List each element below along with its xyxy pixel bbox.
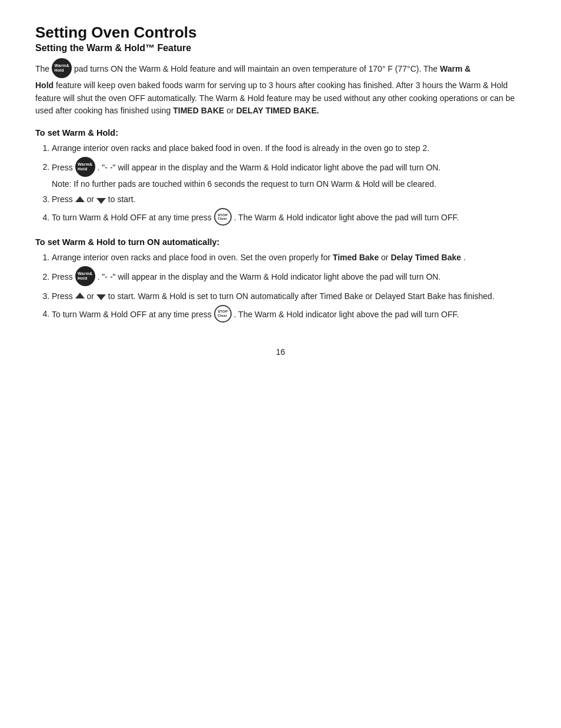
set2-step-4: To turn Warm & Hold OFF at any time pres… [52,306,526,324]
set2-step4-text1: To turn Warm & Hold OFF at any time pres… [52,309,214,318]
set2-step-3: Press or to start. Warm & Hold is set to… [52,290,526,303]
set1-step-1: Arrange interior oven racks and place ba… [52,142,526,155]
set2-timed-bake: Timed Bake [333,253,379,262]
warm-hold-icon-s2s2: Warm&Hold [75,266,95,286]
arrow-down-icon-s1s3 [96,198,106,204]
warm-hold-icon-intro: Warm&Hold [52,58,72,78]
set2-step1-end: . [463,253,466,262]
set1-step-4: To turn Warm & Hold OFF at any time pres… [52,209,526,227]
set2-step1-text1: Arrange interior oven racks and place fo… [52,253,333,262]
set2-step3-or: or [87,291,96,301]
set2-step-1: Arrange interior oven racks and place fo… [52,251,526,264]
page-number: 16 [35,347,526,357]
set2-list: Arrange interior oven racks and place fo… [52,251,526,323]
set2-step3-text: to start. Warm & Hold is set to turn ON … [108,291,495,301]
set2-delay-timed-bake: Delay Timed Bake [390,253,461,262]
stop-clear-icon-s1s4: STOPClear [214,208,232,226]
intro-bold-warm: Warm & [440,64,470,73]
set2-step2-text: . "- -" will appear in the display and t… [98,272,441,281]
warm-hold-icon-s1s2: Warm&Hold [75,157,95,177]
set2-step3-press: Press [52,291,75,301]
intro-paragraph: The Warm&Hold pad turns ON the Warm & Ho… [35,59,526,118]
intro-bold-hold: Hold [35,80,54,90]
set1-step4-text1: To turn Warm & Hold OFF at any time pres… [52,213,214,222]
set1-step3-text: to start. [108,194,136,204]
arrow-down-icon-s2s3 [96,294,106,300]
arrow-up-icon-s2s3 [75,293,85,298]
set1-list: Arrange interior oven racks and place ba… [52,142,526,227]
set2-step2-press: Press [52,272,75,281]
stop-clear-icon-s2s4: STOPClear [214,305,232,323]
set1-step-3: Press or to start. [52,193,526,206]
set1-step3-or: or [87,194,96,204]
section-title: Setting the Warm & Hold™ Feature [35,43,526,53]
set2-step4-text2: . The Warm & Hold indicator light above … [234,309,459,318]
set2-title: To set Warm & Hold to turn ON automatica… [35,237,526,247]
intro-or: or [226,106,236,115]
set2-step1-or: or [381,253,390,262]
set1-step3-press: Press [52,194,75,204]
page-title: Setting Oven Controls [35,24,526,42]
set1-step2-text: . "- -" will appear in the display and t… [98,162,441,172]
arrow-up-icon-s1s3 [75,196,85,202]
intro-text-1: pad turns ON the Warm & Hold feature and… [74,64,438,73]
set1-step4-text2: . The Warm & Hold indicator light above … [234,213,459,222]
set2-step-2: Press Warm&Hold . "- -" will appear in t… [52,267,526,287]
set1-step2-note: Note: If no further pads are touched wit… [52,179,436,189]
set1-step1-text: Arrange interior oven racks and place ba… [52,143,429,153]
set1-step2-press: Press [52,162,75,172]
intro-timed-bake: TIMED BAKE [173,106,224,115]
intro-delay-timed-bake: DELAY TIMED BAKE. [236,106,319,115]
set1-title: To set Warm & Hold: [35,128,526,137]
set1-step-2: Press Warm&Hold . "- -" will appear in t… [52,158,526,191]
